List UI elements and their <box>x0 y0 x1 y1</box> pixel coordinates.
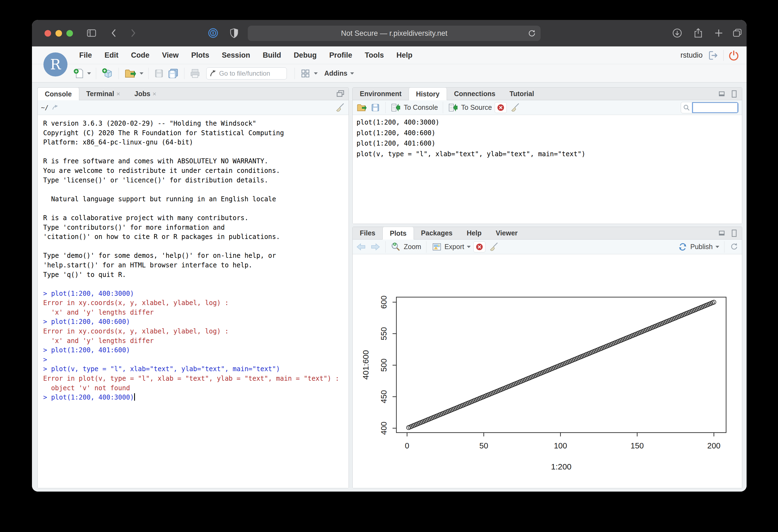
menu-tools[interactable]: Tools <box>359 51 390 60</box>
menu-profile[interactable]: Profile <box>323 51 359 60</box>
plots-tab-plots[interactable]: Plots <box>382 227 414 240</box>
maximize-pane-icon[interactable] <box>729 229 738 238</box>
export-image-icon[interactable] <box>431 242 442 252</box>
zoom-plus-icon[interactable] <box>391 242 401 252</box>
maximize-pane-icon[interactable] <box>335 89 345 99</box>
previous-plot-icon[interactable] <box>356 242 367 252</box>
goto-file-input[interactable] <box>219 70 279 77</box>
new-file-dropdown-caret[interactable] <box>87 72 91 75</box>
zoom-window-button[interactable] <box>66 30 73 36</box>
save-history-icon[interactable] <box>370 102 381 113</box>
history-tab-connections[interactable]: Connections <box>447 88 502 100</box>
to-source-button[interactable]: To Source <box>461 103 492 111</box>
new-project-icon[interactable] <box>101 67 113 80</box>
address-bar[interactable]: Not Secure — r.pixeldiversity.net <box>248 26 541 41</box>
menu-build[interactable]: Build <box>256 51 288 60</box>
history-entry[interactable]: plot(v, type = "l", xlab="text", ylab="t… <box>357 149 738 160</box>
addins-grid-icon[interactable] <box>300 68 311 79</box>
to-console-icon[interactable] <box>391 102 401 113</box>
publish-caret[interactable] <box>715 246 719 248</box>
history-tab-environment[interactable]: Environment <box>353 88 409 100</box>
open-history-icon[interactable] <box>356 102 368 113</box>
console-line <box>43 242 343 251</box>
console-tab-terminal[interactable]: Terminal× <box>79 88 127 100</box>
export-caret[interactable] <box>467 246 471 248</box>
addins-grid-caret[interactable] <box>314 72 318 75</box>
clear-console-icon[interactable] <box>334 102 345 113</box>
close-tab-icon[interactable]: × <box>116 90 120 98</box>
sign-out-icon[interactable] <box>707 50 719 62</box>
zoom-plot-button[interactable]: Zoom <box>404 243 421 251</box>
next-plot-icon[interactable] <box>370 242 381 252</box>
console-line: object 'v' not found <box>43 383 343 393</box>
tab-label: Environment <box>360 90 402 98</box>
clear-history-icon[interactable] <box>510 102 521 113</box>
open-file-icon[interactable] <box>124 68 137 80</box>
shield-icon[interactable] <box>228 27 240 39</box>
clear-plots-icon[interactable] <box>488 242 499 252</box>
history-search-input[interactable] <box>692 102 738 113</box>
plots-tab-packages[interactable]: Packages <box>414 227 460 239</box>
goto-directory-icon[interactable] <box>51 103 60 112</box>
menu-edit[interactable]: Edit <box>98 51 125 60</box>
to-source-icon[interactable] <box>448 102 458 113</box>
menu-debug[interactable]: Debug <box>287 51 323 60</box>
forward-icon[interactable] <box>127 27 139 39</box>
console-line: Natural language support but running in … <box>43 194 343 204</box>
history-tab-history[interactable]: History <box>409 88 447 100</box>
quit-session-icon[interactable] <box>728 50 740 61</box>
plots-tab-help[interactable]: Help <box>460 227 488 239</box>
new-file-icon[interactable] <box>73 68 84 80</box>
plots-tab-files[interactable]: Files <box>353 227 382 239</box>
menu-view[interactable]: View <box>156 51 185 60</box>
minimize-pane-icon[interactable] <box>717 89 727 99</box>
console-tab-console[interactable]: Console <box>38 88 79 100</box>
menu-file[interactable]: File <box>73 51 98 60</box>
export-plot-button[interactable]: Export <box>445 243 464 251</box>
console-content[interactable]: R version 3.6.3 (2020-02-29) -- "Holding… <box>38 115 348 488</box>
history-entry[interactable]: plot(1:200, 401:600) <box>357 138 738 149</box>
menu-code[interactable]: Code <box>125 51 156 60</box>
menu-session[interactable]: Session <box>216 51 256 60</box>
new-tab-icon[interactable] <box>713 27 725 39</box>
remove-plot-button[interactable] <box>473 242 485 252</box>
save-all-icon[interactable] <box>167 68 179 80</box>
print-icon[interactable] <box>189 68 201 79</box>
publish-button[interactable]: Publish <box>690 243 713 251</box>
back-icon[interactable] <box>108 27 120 39</box>
console-line <box>43 185 343 194</box>
menu-plots[interactable]: Plots <box>185 51 216 60</box>
history-content[interactable]: plot(1:200, 400:3000)plot(1:200, 400:600… <box>353 115 742 224</box>
history-entry[interactable]: plot(1:200, 400:3000) <box>357 117 738 128</box>
download-icon[interactable] <box>671 27 683 39</box>
minimize-window-button[interactable] <box>56 30 62 36</box>
addins-caret[interactable] <box>350 72 354 75</box>
onepassword-icon[interactable] <box>207 27 219 39</box>
close-window-button[interactable] <box>45 30 51 36</box>
addins-button[interactable]: Addins <box>324 69 347 77</box>
maximize-pane-icon[interactable] <box>729 89 738 99</box>
console-tab-jobs[interactable]: Jobs× <box>127 88 163 100</box>
remove-entry-button[interactable] <box>495 102 507 113</box>
goto-file-box <box>206 68 287 80</box>
tab-label: Viewer <box>496 229 518 237</box>
sidebar-icon[interactable] <box>85 27 97 39</box>
menu-help[interactable]: Help <box>390 51 419 60</box>
minimize-pane-icon[interactable] <box>717 229 727 238</box>
history-tab-tutorial[interactable]: Tutorial <box>502 88 541 100</box>
share-icon[interactable] <box>692 27 704 39</box>
open-file-dropdown-caret[interactable] <box>140 72 143 75</box>
tabs-overview-icon[interactable] <box>731 27 743 39</box>
toolbar-separator <box>184 68 184 79</box>
reload-icon[interactable] <box>528 29 536 38</box>
history-pane: EnvironmentHistoryConnectionsTutorial <box>353 87 742 224</box>
plots-tab-viewer[interactable]: Viewer <box>489 227 525 239</box>
save-icon[interactable] <box>154 68 164 79</box>
publish-icon[interactable] <box>678 242 688 252</box>
console-line: You are welcome to redistribute it under… <box>43 166 343 176</box>
history-entry[interactable]: plot(1:200, 400:600) <box>357 128 738 139</box>
refresh-icon[interactable] <box>729 242 738 252</box>
close-tab-icon[interactable]: × <box>152 90 156 98</box>
to-console-button[interactable]: To Console <box>404 103 438 111</box>
text-cursor <box>134 393 135 401</box>
